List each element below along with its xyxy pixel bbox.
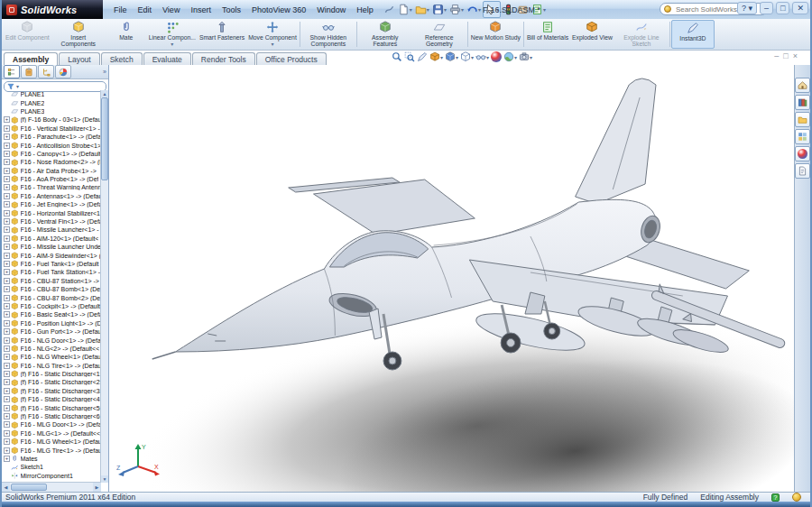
expand-icon[interactable]: + bbox=[4, 210, 10, 217]
menu-tools[interactable]: Tools bbox=[217, 4, 246, 16]
minimize-button[interactable]: – bbox=[760, 2, 773, 14]
file-explorer-tab[interactable] bbox=[795, 112, 810, 127]
menu-insert[interactable]: Insert bbox=[185, 4, 217, 16]
expand-icon[interactable]: + bbox=[4, 295, 10, 301]
tree-item-f-f16-static-discharger-3[interactable]: +(f) F16 - Static Discharger<3> bbox=[2, 387, 101, 395]
apply-scene-dropdown-icon[interactable]: ▾ bbox=[514, 54, 517, 60]
expand-icon[interactable]: + bbox=[4, 278, 10, 284]
filter-funnel-icon[interactable] bbox=[7, 83, 14, 90]
doc-restore-button[interactable]: □ bbox=[783, 51, 788, 60]
view-orientation-button[interactable]: ▾ bbox=[445, 51, 458, 62]
featuremanager-tab[interactable] bbox=[4, 65, 20, 78]
scroll-up-icon[interactable]: ▲ bbox=[101, 90, 108, 97]
view-orientation-dropdown-icon[interactable]: ▾ bbox=[456, 54, 458, 60]
expand-icon[interactable]: + bbox=[4, 337, 10, 344]
menu-window[interactable]: Window bbox=[311, 4, 351, 16]
tree-item-mirrorcomponent1[interactable]: +MirrorComponent1 bbox=[2, 472, 101, 480]
expand-icon[interactable]: + bbox=[4, 218, 10, 225]
tree-item-f16-nose-radome-2-i[interactable]: +F16 - Nose Radome<2> -> (I bbox=[2, 158, 101, 166]
vertical-scroll-thumb[interactable] bbox=[101, 97, 108, 180]
expand-icon[interactable]: + bbox=[4, 421, 10, 428]
expand-icon[interactable]: + bbox=[4, 184, 10, 190]
linear-compon-button[interactable]: Linear Compon...▾ bbox=[147, 20, 198, 49]
doc-close-button[interactable]: × bbox=[793, 51, 798, 60]
displaymanager-tab[interactable] bbox=[55, 65, 71, 78]
menu-view[interactable]: View bbox=[157, 4, 185, 16]
expand-icon[interactable]: + bbox=[4, 244, 10, 250]
solidworks-resources-tab[interactable] bbox=[795, 78, 810, 93]
tree-vertical-scrollbar[interactable]: ▲ ▼ bbox=[100, 90, 108, 483]
tree-item-f16-ventral-fin-1-defa[interactable]: +F16 - Ventral Fin<1> -> (Defa bbox=[2, 217, 101, 226]
apply-scene-button[interactable]: ▾ bbox=[503, 51, 517, 62]
tree-item-f16-threat-warning-antenn[interactable]: +F16 - Threat Warning Antenn bbox=[2, 183, 101, 191]
tree-item-f16-jet-engine-1-defa[interactable]: +F16 - Jet Engine<1> -> (Defa bbox=[2, 200, 101, 208]
expand-icon[interactable]: + bbox=[4, 226, 10, 233]
exploded-view-button[interactable]: Exploded View bbox=[570, 20, 614, 49]
custom-properties-tab[interactable] bbox=[795, 163, 810, 179]
expand-icon[interactable]: + bbox=[4, 388, 10, 394]
expand-icon[interactable]: + bbox=[4, 447, 10, 454]
tree-item-f16-fuel-tank-station-1[interactable]: +F16 - Fuel Tank Station<1> - bbox=[2, 268, 101, 276]
quick-tip-icon[interactable] bbox=[792, 493, 801, 502]
tree-item-f16-aoa-probe-1-def[interactable]: +F16 - AoA Probe<1> -> (Def bbox=[2, 175, 101, 183]
linear-compon-dropdown-icon[interactable]: ▾ bbox=[171, 41, 173, 47]
show-hidden-components-dropdown-icon[interactable]: ▾ bbox=[327, 47, 329, 49]
mate-button[interactable]: Mate bbox=[106, 20, 147, 49]
menu-edit[interactable]: Edit bbox=[133, 4, 158, 16]
tree-item-f16-position-light-1-d[interactable]: +F16 - Position Light<1> -> (D bbox=[2, 319, 101, 327]
expand-icon[interactable]: + bbox=[4, 286, 10, 292]
view-settings-dropdown-icon[interactable]: ▾ bbox=[530, 54, 532, 60]
tree-item-f16-air-data-probe-1[interactable]: +F16 - Air Data Probe<1> -> bbox=[2, 167, 101, 175]
expand-icon[interactable]: + bbox=[4, 396, 10, 402]
expand-icon[interactable]: + bbox=[4, 201, 10, 207]
tree-item-f-f16-static-discharger-1[interactable]: +(f) F16 - Static Discharger<1> bbox=[2, 370, 101, 378]
move-component-button[interactable]: Move Component▾ bbox=[246, 20, 299, 49]
bill-of-materials-button[interactable]: Bill of Materials bbox=[525, 20, 570, 49]
expand-icon[interactable]: + bbox=[4, 159, 10, 165]
scroll-right-icon[interactable]: ▶ bbox=[93, 483, 101, 492]
scroll-left-icon[interactable]: ◀ bbox=[2, 483, 10, 492]
expand-icon[interactable]: + bbox=[4, 328, 10, 335]
section-view-button[interactable]: ▾ bbox=[429, 51, 443, 62]
move-component-dropdown-icon[interactable]: ▾ bbox=[271, 41, 273, 47]
tree-item-f16-aim-120-1-default[interactable]: +F16 - AIM-120<1> (Default< bbox=[2, 235, 101, 243]
reference-geometry-button[interactable]: Reference Geometry▾ bbox=[412, 20, 466, 49]
tree-item-f16-parachute-1-defa[interactable]: +F16 - Parachute<1> -> (Defa bbox=[2, 133, 101, 141]
expand-icon[interactable]: + bbox=[4, 116, 10, 123]
expand-icon[interactable]: + bbox=[4, 151, 10, 157]
expand-icon[interactable]: + bbox=[4, 193, 10, 199]
tab-sketch[interactable]: Sketch bbox=[101, 52, 143, 65]
tree-item-sketch1[interactable]: +Sketch1 bbox=[2, 463, 101, 471]
propertymanager-tab[interactable] bbox=[21, 65, 37, 78]
tree-item-f16-anticollision-strobe-1[interactable]: +F16 - Anticollision Strobe<1> bbox=[2, 141, 101, 149]
view-palette-tab[interactable] bbox=[795, 129, 810, 144]
expand-icon[interactable]: + bbox=[4, 346, 10, 352]
tree-item-f16-mlg-1-default[interactable]: +F16 - MLG<1> -> (Default<< bbox=[2, 429, 101, 438]
maximize-button[interactable]: □ bbox=[776, 2, 789, 14]
expand-icon[interactable]: + bbox=[4, 430, 10, 437]
zoom-to-area-button[interactable] bbox=[404, 51, 415, 62]
tree-item-f16-cbu-87-bomb-1-def[interactable]: +F16 - CBU-87 Bomb<1> (Def bbox=[2, 285, 101, 293]
search-input[interactable] bbox=[674, 5, 746, 14]
section-view-dropdown-icon[interactable]: ▾ bbox=[440, 54, 443, 60]
expand-icon[interactable]: + bbox=[4, 303, 10, 309]
tree-item-f16-mlg-wheel-1-defau[interactable]: +F16 - MLG Wheel<1> (Defau bbox=[2, 438, 101, 446]
new-document-button[interactable]: ▾ bbox=[397, 2, 413, 17]
edit-appearance-button[interactable] bbox=[491, 51, 502, 62]
insert-components-dropdown-icon[interactable]: ▾ bbox=[77, 47, 79, 49]
tree-item-f-f16-static-discharger-6[interactable]: +(f) F16 - Static Discharger<6> bbox=[2, 412, 101, 420]
design-library-tab[interactable] bbox=[795, 95, 810, 110]
menu-photoview-360[interactable]: PhotoView 360 bbox=[246, 4, 311, 16]
assembly-features-dropdown-icon[interactable]: ▾ bbox=[383, 47, 386, 49]
tree-item-f16-horizontal-stabilizer-1[interactable]: +F16 - Horizontal Stabilizer<1 bbox=[2, 208, 101, 217]
tab-office-products[interactable]: Office Products bbox=[256, 52, 327, 65]
tab-assembly[interactable]: Assembly bbox=[4, 52, 58, 65]
tree-item-f16-nlg-door-1-defa[interactable]: +F16 - NLG Door<1> -> (Defa bbox=[2, 336, 101, 344]
tree-item-f16-mlg-tire-1-defau[interactable]: +F16 - MLG Tire<1> -> (Defau bbox=[2, 446, 101, 454]
expand-icon[interactable]: + bbox=[4, 371, 10, 377]
expand-icon[interactable]: + bbox=[4, 405, 10, 411]
graphics-viewport[interactable]: Y X Z bbox=[109, 65, 794, 492]
configurationmanager-tab[interactable] bbox=[38, 65, 54, 78]
instant3d-button[interactable]: Instant3D bbox=[671, 20, 715, 49]
tree-item-plane3[interactable]: +PLANE3 bbox=[2, 107, 101, 115]
